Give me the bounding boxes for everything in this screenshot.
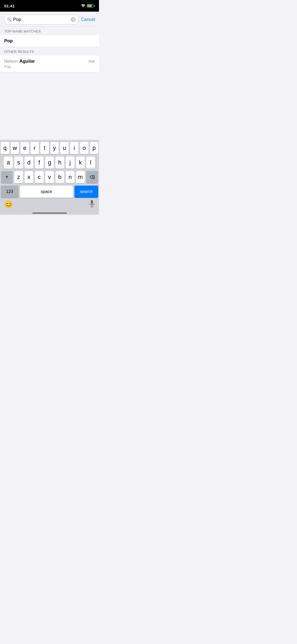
key-row-3: z x c v b n m bbox=[1, 171, 98, 183]
result-left: Nelson Aguilar Pop bbox=[4, 59, 88, 69]
other-results-label: OTHER RESULTS bbox=[4, 50, 34, 54]
key-w[interactable]: w bbox=[11, 142, 19, 154]
svg-point-0 bbox=[83, 7, 84, 7]
backspace-key[interactable] bbox=[86, 171, 98, 183]
key-l[interactable]: l bbox=[86, 157, 95, 169]
keyboard: q w e r t y u i o p a s d f g h j k l bbox=[0, 140, 99, 215]
numbers-key[interactable]: 123 bbox=[1, 186, 18, 198]
key-m[interactable]: m bbox=[76, 171, 85, 183]
top-match-label: Pop bbox=[4, 38, 13, 43]
other-result-row-nelson[interactable]: Nelson Aguilar Pop me bbox=[0, 56, 99, 72]
microphone-button[interactable] bbox=[89, 200, 95, 209]
key-e[interactable]: e bbox=[21, 142, 29, 154]
top-name-matches-header: TOP NAME MATCHES bbox=[0, 27, 99, 35]
key-r[interactable]: r bbox=[31, 142, 39, 154]
key-u[interactable]: u bbox=[60, 142, 69, 154]
key-n[interactable]: n bbox=[66, 171, 74, 183]
clear-button[interactable]: ✕ bbox=[71, 17, 76, 22]
key-s[interactable]: s bbox=[14, 157, 23, 169]
key-p[interactable]: p bbox=[90, 142, 98, 154]
key-row-2: a s d f g h j k l bbox=[1, 157, 98, 169]
key-a[interactable]: a bbox=[4, 157, 13, 169]
top-name-matches-label: TOP NAME MATCHES bbox=[4, 29, 41, 33]
search-key[interactable]: search bbox=[74, 186, 98, 198]
key-k[interactable]: k bbox=[76, 157, 85, 169]
key-x[interactable]: x bbox=[25, 171, 33, 183]
key-h[interactable]: h bbox=[55, 157, 64, 169]
result-name: Nelson Aguilar bbox=[4, 59, 88, 64]
status-bar: 01:41 ⚡ bbox=[0, 0, 99, 12]
search-icon: 🔍 bbox=[7, 17, 12, 22]
key-o[interactable]: o bbox=[80, 142, 88, 154]
key-c[interactable]: c bbox=[35, 171, 44, 183]
key-v[interactable]: v bbox=[45, 171, 54, 183]
search-input-wrapper: 🔍 ✕ bbox=[4, 15, 78, 24]
keyboard-rows: q w e r t y u i o p a s d f g h j k l bbox=[0, 140, 99, 199]
keyboard-emoji-mic-row: 😊 bbox=[0, 199, 99, 211]
key-q[interactable]: q bbox=[1, 142, 9, 154]
key-i[interactable]: i bbox=[70, 142, 79, 154]
svg-rect-4 bbox=[91, 200, 93, 204]
result-subtitle: Pop bbox=[4, 65, 88, 69]
battery-icon: ⚡ bbox=[87, 4, 95, 7]
key-j[interactable]: j bbox=[66, 157, 74, 169]
key-g[interactable]: g bbox=[45, 157, 54, 169]
top-match-row-pop[interactable]: Pop bbox=[0, 35, 99, 47]
key-y[interactable]: y bbox=[50, 142, 59, 154]
wifi-icon bbox=[81, 4, 85, 8]
key-d[interactable]: d bbox=[25, 157, 33, 169]
space-key[interactable]: space bbox=[20, 186, 73, 198]
key-row-1: q w e r t y u i o p bbox=[1, 142, 98, 154]
key-t[interactable]: t bbox=[40, 142, 49, 154]
home-indicator bbox=[0, 211, 99, 215]
key-b[interactable]: b bbox=[55, 171, 64, 183]
home-bar bbox=[32, 213, 67, 214]
search-input[interactable] bbox=[13, 17, 69, 22]
result-tag-me: me bbox=[88, 59, 95, 64]
key-z[interactable]: z bbox=[14, 171, 23, 183]
key-f[interactable]: f bbox=[35, 157, 44, 169]
status-icons: ⚡ bbox=[81, 4, 95, 8]
other-results-header: OTHER RESULTS bbox=[0, 47, 99, 56]
status-time: 01:41 bbox=[4, 4, 15, 8]
result-last-name: Aguilar bbox=[20, 59, 35, 64]
emoji-button[interactable]: 😊 bbox=[4, 200, 13, 209]
key-row-4: 123 space search bbox=[1, 186, 98, 198]
result-first-name: Nelson bbox=[4, 59, 20, 64]
shift-key[interactable] bbox=[1, 171, 13, 183]
cancel-button[interactable]: Cancel bbox=[81, 17, 95, 22]
search-bar-container: 🔍 ✕ Cancel bbox=[0, 12, 99, 27]
